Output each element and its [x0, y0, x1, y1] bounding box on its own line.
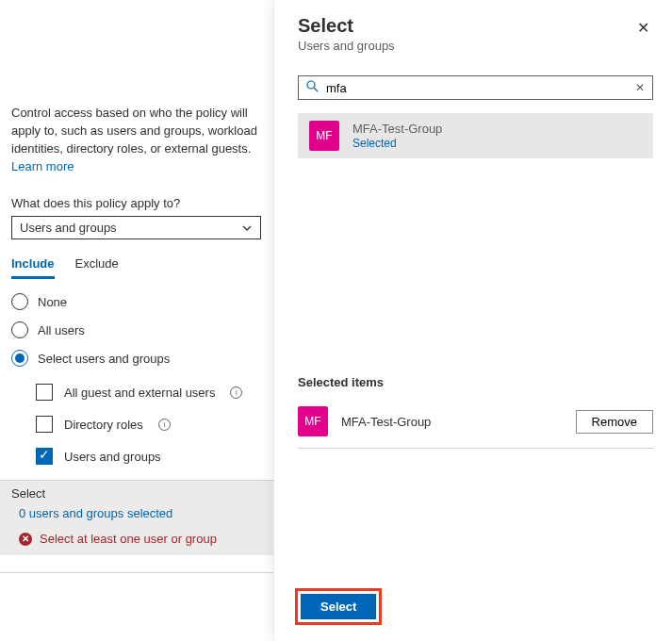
check-guests[interactable]: All guest and external users i: [36, 384, 262, 401]
summary-heading: Select: [11, 486, 262, 501]
search-box[interactable]: ✕: [298, 75, 653, 100]
radio-label: None: [38, 295, 67, 309]
summary-selected-link[interactable]: 0 users and groups selected: [11, 506, 262, 520]
svg-point-0: [307, 81, 315, 89]
left-pane: Control access based on who the policy w…: [0, 0, 273, 641]
include-radio-group: None All users Select users and groups: [11, 293, 262, 367]
checkbox-icon: [36, 384, 53, 401]
include-exclude-tabs: Include Exclude: [11, 256, 262, 280]
avatar: MF: [309, 121, 339, 151]
check-label: Directory roles: [64, 418, 143, 432]
highlight-frame: Select: [298, 591, 379, 622]
tab-exclude[interactable]: Exclude: [75, 256, 119, 279]
intro-text: Control access based on who the policy w…: [11, 105, 262, 175]
check-users-groups[interactable]: Users and groups: [36, 448, 262, 465]
search-input[interactable]: [326, 81, 628, 95]
tab-include[interactable]: Include: [11, 256, 55, 279]
search-icon: [306, 80, 319, 95]
radio-label: Select users and groups: [38, 352, 170, 366]
info-icon[interactable]: i: [230, 386, 242, 399]
panel-footer: Select: [298, 574, 653, 641]
radio-label: All users: [38, 323, 85, 337]
panel-title: Select: [298, 15, 395, 37]
search-result-row[interactable]: MF MFA-Test-Group Selected: [298, 113, 653, 158]
select-panel: Select Users and groups ✕ ✕ MF MFA-Test-…: [273, 0, 672, 641]
radio-icon: [11, 350, 28, 367]
dropdown-value: Users and groups: [20, 221, 117, 235]
policy-question-label: What does this policy apply to?: [11, 196, 262, 210]
radio-none[interactable]: None: [11, 293, 262, 310]
radio-select-users[interactable]: Select users and groups: [11, 350, 262, 367]
radio-icon: [11, 321, 28, 338]
info-icon[interactable]: i: [158, 419, 171, 431]
result-status: Selected: [352, 137, 442, 150]
check-label: All guest and external users: [64, 386, 215, 400]
divider: [0, 572, 273, 573]
selected-item-row: MF MFA-Test-Group Remove: [298, 401, 653, 449]
result-name: MFA-Test-Group: [352, 122, 442, 136]
policy-scope-dropdown[interactable]: Users and groups: [11, 216, 261, 239]
panel-header: Select Users and groups ✕: [298, 15, 653, 53]
error-icon: ✕: [19, 533, 32, 546]
clear-icon[interactable]: ✕: [635, 81, 645, 94]
intro-copy: Control access based on who the policy w…: [11, 106, 257, 156]
check-directory-roles[interactable]: Directory roles i: [36, 416, 262, 433]
check-label: Users and groups: [64, 450, 161, 464]
learn-more-link[interactable]: Learn more: [11, 159, 74, 173]
avatar: MF: [298, 406, 328, 436]
subselect-check-group: All guest and external users i Directory…: [11, 384, 262, 465]
checkbox-icon: [36, 448, 53, 465]
remove-button[interactable]: Remove: [576, 410, 653, 434]
svg-line-1: [314, 88, 318, 91]
radio-all-users[interactable]: All users: [11, 321, 262, 338]
close-icon[interactable]: ✕: [633, 15, 653, 41]
validation-error: ✕ Select at least one user or group: [11, 528, 262, 546]
panel-subtitle: Users and groups: [298, 39, 395, 53]
select-summary: Select 0 users and groups selected ✕ Sel…: [0, 480, 273, 555]
selected-items-heading: Selected items: [298, 375, 653, 389]
select-button[interactable]: Select: [301, 594, 376, 619]
checkbox-icon: [36, 416, 53, 433]
chevron-down-icon: [241, 222, 253, 234]
error-text: Select at least one user or group: [40, 532, 217, 546]
selected-item-name: MFA-Test-Group: [341, 415, 563, 429]
radio-icon: [11, 293, 28, 310]
